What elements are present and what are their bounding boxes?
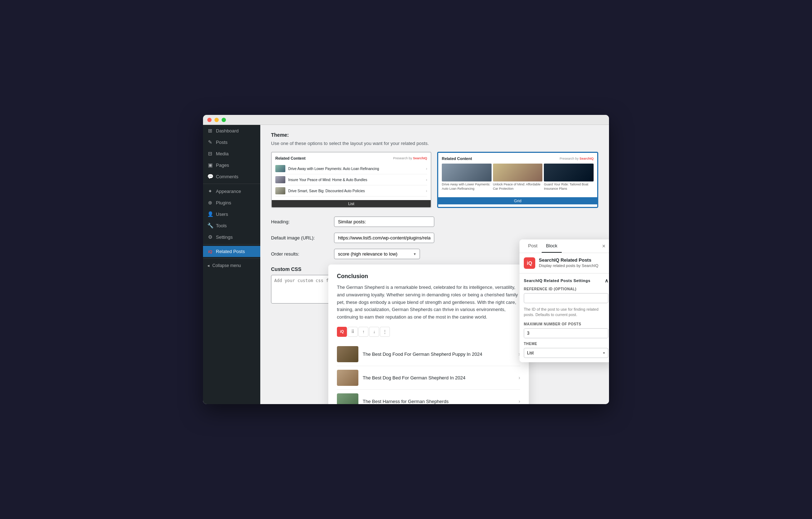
list-arrow-2: › (426, 178, 427, 182)
grid-label: Grid (514, 199, 522, 203)
sidebar-item-posts[interactable]: ✎ Posts (203, 136, 260, 148)
grid-cell-2: Unlock Peace of Mind: Affordable Car Pro… (493, 164, 543, 191)
blog-body-text: The German Shepherd is a remarkable bree… (337, 284, 520, 321)
max-posts-field: MAXIMUM NUMBER OF POSTS (524, 322, 608, 338)
theme-options: Related Content Presearch by SearchIQ Dr… (271, 152, 598, 208)
collapse-label: Collapse menu (212, 263, 241, 268)
block-plugin-info: iQ SearchIQ Related Posts Display relate… (519, 253, 609, 273)
list-item-1: Drive Away with Lower Payments: Auto Loa… (275, 163, 427, 174)
theme-section: Theme: Use one of these options to selec… (271, 132, 598, 208)
grid-images: Drive Away with Lower Payments: Auto Loa… (442, 164, 594, 191)
related-post-title-2: The Best Dog Bed For German Shepherd In … (363, 375, 514, 380)
related-post-arrow-2: › (518, 375, 520, 380)
down-block-button[interactable]: ↓ (369, 327, 379, 337)
grid-img-2 (493, 164, 543, 181)
grid-cell-3: Guard Your Ride: Tailored Boat Insurance… (544, 164, 594, 191)
theme-select[interactable]: List Grid (524, 348, 608, 358)
block-tab[interactable]: Block (542, 239, 562, 253)
mac-titlebar (203, 115, 609, 125)
heading-label: Heading: (271, 219, 328, 224)
sidebar-item-label: Tools (216, 223, 227, 228)
posts-icon: ✎ (207, 139, 213, 145)
sidebar-item-plugins[interactable]: ⊕ Plugins (203, 197, 260, 208)
list-thumb-2 (275, 176, 285, 183)
sidebar-item-appearance[interactable]: ✦ Appearance (203, 185, 260, 197)
sidebar-item-pages[interactable]: ▣ Pages (203, 159, 260, 171)
sidebar-item-comments[interactable]: 💬 Comments (203, 171, 260, 182)
block-panel-tabs: Post Block × (519, 239, 609, 253)
blog-conclusion-title: Conclusion (337, 273, 520, 280)
settings-section-title: SearchIQ Related Posts Settings ∧ (524, 278, 608, 283)
sidebar-item-label: Media (216, 151, 228, 156)
grid-label-bar: Grid (438, 197, 597, 204)
grid-caption-2: Unlock Peace of Mind: Affordable Car Pro… (493, 183, 543, 191)
sidebar-item-label: Settings (216, 234, 233, 240)
sidebar: ⊞ Dashboard ✎ Posts ⊟ Media ▣ Pages 💬 Co… (203, 125, 260, 404)
theme-field: THEME List Grid (524, 342, 608, 358)
related-post-1: The Best Dog Food For German Shepherd Pu… (337, 343, 520, 366)
block-panel-body: SearchIQ Related Posts Settings ∧ REFERE… (519, 273, 609, 362)
order-select[interactable]: score (high relevance to low) date (newe… (334, 249, 420, 259)
sidebar-item-settings[interactable]: ⚙ Settings (203, 231, 260, 243)
default-image-label: Default image (URL): (271, 235, 328, 241)
close-dot[interactable] (207, 118, 212, 122)
list-presearch-badge: Presearch by SearchIQ (393, 156, 427, 160)
theme-select-wrap: List Grid (524, 348, 608, 358)
tools-icon: 🔧 (207, 223, 213, 228)
default-image-input[interactable] (334, 233, 434, 243)
theme-desc: Use one of these options to select the l… (271, 141, 598, 146)
list-title-2: Insure Your Peace of Mind: Home & Auto B… (288, 178, 367, 182)
grid-cell-1: Drive Away with Lower Payments: Auto Loa… (442, 164, 492, 191)
block-panel-close-button[interactable]: × (599, 240, 608, 252)
sidebar-item-label: Plugins (216, 200, 231, 205)
plugin-info-text: SearchIQ Related Posts Display related p… (539, 257, 598, 268)
theme-card-grid[interactable]: Related Content Presearch by SearchIQ Dr… (437, 152, 598, 208)
sidebar-item-dashboard[interactable]: ⊞ Dashboard (203, 125, 260, 136)
sidebar-item-users[interactable]: 👤 Users (203, 208, 260, 220)
list-thumb-1 (275, 165, 285, 172)
down-icon: ↓ (373, 329, 375, 334)
grid-caption-1: Drive Away with Lower Payments: Auto Loa… (442, 183, 492, 191)
minimize-dot[interactable] (214, 118, 219, 122)
theme-card-list[interactable]: Related Content Presearch by SearchIQ Dr… (271, 152, 431, 208)
theme-card-grid-header: Related Content Presearch by SearchIQ (442, 156, 594, 161)
more-block-button[interactable]: ⋮ (380, 327, 390, 337)
order-label: Order results: (271, 251, 328, 257)
theme-field-label: THEME (524, 342, 608, 346)
sidebar-item-related-posts[interactable]: iQ Related Posts (203, 246, 260, 257)
grid-img-1 (442, 164, 492, 181)
sidebar-item-label: Pages (216, 163, 229, 168)
up-block-button[interactable]: ↑ (358, 327, 368, 337)
blog-panel: Conclusion The German Shepherd is a rema… (328, 265, 529, 404)
related-post-2: The Best Dog Bed For German Shepherd In … (337, 366, 520, 390)
max-posts-label: MAXIMUM NUMBER OF POSTS (524, 322, 608, 326)
more-icon: ⋮ (383, 329, 387, 334)
max-posts-input-wrap (524, 328, 608, 338)
related-post-arrow-3: › (518, 398, 520, 404)
sidebar-divider (203, 184, 260, 184)
list-item-3: Drive Smart, Save Big: Discounted Auto P… (275, 185, 427, 197)
sidebar-item-media[interactable]: ⊟ Media (203, 148, 260, 159)
searchiq-brand-2: SearchIQ (579, 157, 594, 160)
grid-card-title: Related Content (442, 156, 472, 161)
max-posts-input[interactable] (524, 329, 608, 338)
iq-logo: iQ (524, 257, 535, 269)
media-icon: ⊟ (207, 151, 213, 156)
sidebar-item-tools[interactable]: 🔧 Tools (203, 220, 260, 231)
move-icon: ⠿ (351, 329, 354, 334)
iq-block-button[interactable]: iQ (337, 327, 347, 337)
block-settings-panel: Post Block × iQ SearchIQ Related Pos (519, 239, 609, 362)
main-content: Theme: Use one of these options to selec… (260, 125, 609, 404)
reference-id-label: REFERENCE ID (OPTIONAL) (524, 287, 608, 291)
move-block-button[interactable]: ⠿ (348, 327, 358, 337)
collapse-menu-button[interactable]: ◂ Collapse menu (203, 260, 260, 271)
heading-row: Heading: (271, 217, 598, 227)
reference-id-input[interactable] (524, 293, 608, 303)
post-tab[interactable]: Post (524, 239, 542, 253)
heading-input[interactable] (334, 217, 434, 227)
related-post-thumb-1 (337, 346, 358, 362)
searchiq-brand: SearchIQ (413, 156, 427, 160)
appearance-icon: ✦ (207, 188, 213, 194)
theme-label: Theme: (271, 132, 598, 138)
maximize-dot[interactable] (222, 118, 226, 122)
